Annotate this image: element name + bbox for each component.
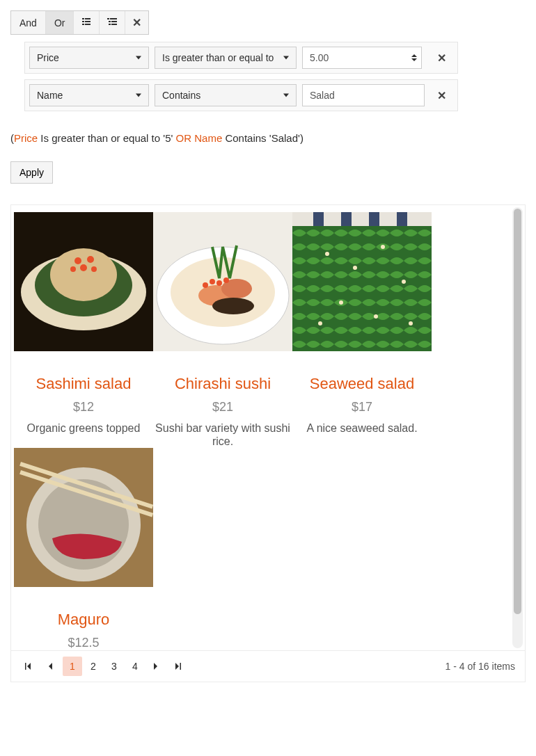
svg-point-4: [74, 257, 81, 264]
field-select-value: Name: [37, 90, 63, 101]
add-group-button[interactable]: [100, 11, 125, 34]
list-item[interactable]: Maguro $12.5 Tuna pieces.: [14, 448, 153, 650]
svg-rect-30: [313, 212, 324, 226]
filter-row: Name Contains ✕: [24, 79, 458, 111]
scrollbar[interactable]: [512, 207, 523, 648]
svg-rect-31: [341, 212, 352, 226]
filter-logic-toolbar: And Or ✕: [10, 10, 149, 35]
remove-filter-button[interactable]: ✕: [430, 51, 453, 65]
pager-next-button[interactable]: [146, 657, 166, 676]
svg-point-26: [374, 314, 378, 319]
chevron-down-icon: [411, 58, 417, 61]
item-description: Organic greens topped: [14, 421, 153, 435]
add-expression-icon: [81, 16, 92, 29]
add-expression-button[interactable]: [74, 11, 100, 34]
svg-point-5: [87, 256, 94, 263]
item-price: $17: [292, 400, 432, 415]
list-item[interactable]: Seaweed salad $17 A nice seaweed salad.: [292, 212, 432, 448]
listview[interactable]: Sashimi salad $12 Organic greens topped …: [11, 205, 525, 650]
item-price: $12.5: [14, 636, 153, 650]
list-item[interactable]: Sashimi salad $12 Organic greens topped: [14, 212, 153, 448]
svg-point-3: [50, 248, 117, 301]
operator-select[interactable]: Contains: [155, 84, 297, 106]
close-icon: ✕: [437, 52, 446, 64]
pager-page-number[interactable]: 1: [63, 657, 82, 676]
pager: 1 2 3 4 1 - 4 of 16 items: [11, 650, 525, 682]
filter-rows-container: Price Is greater than or equal to 5.00 ✕…: [24, 42, 526, 111]
logic-and-button[interactable]: And: [11, 11, 46, 34]
field-select[interactable]: Price: [29, 47, 149, 69]
svg-rect-20: [292, 212, 432, 351]
item-image: [153, 212, 292, 351]
pager-page-number[interactable]: 2: [84, 657, 103, 676]
chevron-down-icon: [283, 94, 289, 97]
pager-prev-button[interactable]: [40, 657, 60, 676]
operator-select[interactable]: Is greater than or equal to: [155, 47, 297, 69]
pager-page-number[interactable]: 4: [125, 657, 145, 676]
logic-or-button[interactable]: Or: [46, 11, 74, 34]
scrollbar-thumb[interactable]: [514, 209, 521, 614]
chevron-left-icon: [47, 662, 54, 670]
chevron-right-icon: [152, 662, 159, 670]
item-price: $12: [14, 400, 153, 415]
spinner-buttons[interactable]: [411, 54, 417, 61]
svg-point-24: [402, 280, 406, 284]
svg-point-14: [203, 282, 208, 288]
svg-point-23: [381, 245, 385, 249]
remove-filter-button[interactable]: ✕: [430, 89, 453, 102]
item-image: [14, 448, 153, 587]
numeric-value: 5.00: [310, 52, 329, 63]
svg-point-17: [223, 278, 229, 283]
filter-row: Price Is greater than or equal to 5.00 ✕: [24, 42, 458, 74]
operator-select-value: Contains: [162, 90, 200, 101]
svg-point-15: [210, 279, 215, 284]
pager-last-button[interactable]: [168, 657, 188, 676]
chevron-down-icon: [136, 94, 141, 97]
item-title: Sashimi salad: [14, 375, 153, 393]
svg-point-27: [318, 321, 322, 325]
chevron-up-icon: [411, 54, 417, 57]
pager-info: 1 - 4 of 16 items: [446, 661, 518, 672]
listview-container: Sashimi salad $12 Organic greens topped …: [10, 204, 526, 682]
item-title: Chirashi sushi: [153, 375, 292, 393]
svg-point-22: [353, 266, 357, 270]
field-select-value: Price: [37, 52, 59, 63]
item-price: $21: [153, 400, 292, 415]
item-description: Sushi bar variety with sushi rice.: [153, 421, 292, 448]
svg-point-8: [91, 266, 97, 272]
chevron-down-icon: [136, 56, 141, 60]
svg-point-7: [70, 266, 76, 272]
svg-point-21: [325, 252, 329, 256]
svg-rect-32: [369, 212, 379, 226]
svg-point-16: [216, 280, 222, 286]
add-group-icon: [107, 16, 118, 29]
filter-expression-preview: (Price Is greater than or equal to '5' O…: [10, 132, 526, 144]
field-select[interactable]: Name: [29, 84, 149, 106]
svg-point-28: [409, 321, 413, 325]
value-text-input[interactable]: [302, 84, 425, 106]
item-image: [14, 212, 153, 351]
pager-page-number[interactable]: 3: [104, 657, 124, 676]
operator-select-value: Is greater than or equal to: [162, 52, 274, 63]
pager-first-button[interactable]: [18, 657, 38, 676]
value-numeric-input[interactable]: 5.00: [302, 47, 422, 69]
last-page-icon: [174, 662, 182, 670]
clear-filter-button[interactable]: ✕: [125, 11, 148, 34]
svg-rect-33: [397, 212, 407, 226]
close-icon: ✕: [132, 16, 141, 29]
svg-point-6: [80, 264, 87, 271]
item-image: [292, 212, 432, 351]
apply-button[interactable]: Apply: [10, 161, 53, 184]
list-item[interactable]: Chirashi sushi $21 Sushi bar variety wit…: [153, 212, 292, 448]
item-title: Maguro: [14, 611, 153, 629]
first-page-icon: [24, 662, 32, 670]
svg-point-18: [212, 298, 254, 314]
close-icon: ✕: [437, 90, 446, 102]
item-description: A nice seaweed salad.: [292, 421, 432, 435]
chevron-down-icon: [283, 56, 289, 60]
item-title: Seaweed salad: [292, 375, 432, 393]
svg-point-25: [339, 300, 343, 305]
